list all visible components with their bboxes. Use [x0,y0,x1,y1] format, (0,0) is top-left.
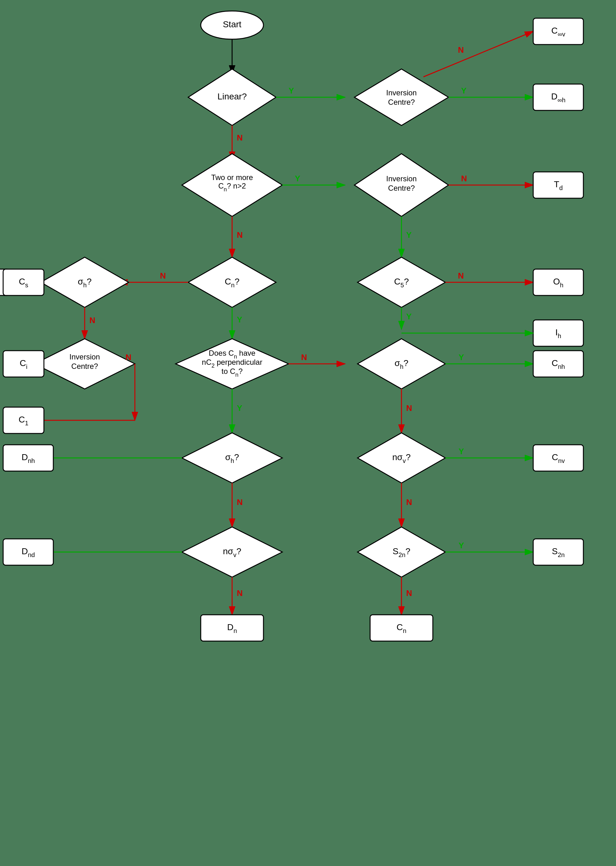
twomore-yes-label: Y [295,174,300,183]
inversion1-label2: Centre? [388,98,415,106]
linear-no-label: N [237,133,243,142]
linear-yes-label: Y [289,86,294,95]
inversion2-label2: Centre? [388,184,415,192]
cn-no-label: N [160,271,166,280]
inversion1-diamond [354,69,448,126]
two-or-more-label1: Two or more [211,173,253,182]
inversion2-label1: Inversion [386,174,416,183]
c5-no-label: N [458,271,464,280]
arrow-inv1-no [423,31,533,77]
cn-yes-label: Y [237,315,242,324]
twomore-no-label: N [237,230,243,240]
nsigmav2-no-label: N [237,588,243,598]
inversion3-label1: Inversion [69,352,100,361]
sigmah1-no-label: N [90,316,95,325]
inversion3-label2: Centre? [71,362,98,371]
flowchart-svg: Start Linear? Y N Inversion Centre? N Y … [0,0,616,866]
inv2-yes-label: Y [406,230,412,240]
inv1-yes-label: Y [461,86,467,95]
s2n-no-label: N [406,588,412,598]
inversion1-label1: Inversion [386,88,416,97]
sigmah3-no-label: N [237,497,243,507]
linear-label: Linear? [217,91,247,101]
inv2-no-label: N [461,174,467,183]
nsigmav1-no-label: N [406,497,412,507]
c5-yes-label: Y [406,312,412,321]
sigmah2-no-label: N [406,403,412,413]
nsigmav1-yes-label: Y [459,446,464,456]
nc2-yes-label: Y [237,403,242,413]
nc2-no-label: N [301,352,307,362]
inv3-no-label: N [126,352,131,362]
s2n-yes-label: Y [459,541,464,550]
sigmah2-yes-label: Y [459,352,464,362]
inv1-no-label: N [458,45,464,55]
start-label: Start [223,19,241,29]
